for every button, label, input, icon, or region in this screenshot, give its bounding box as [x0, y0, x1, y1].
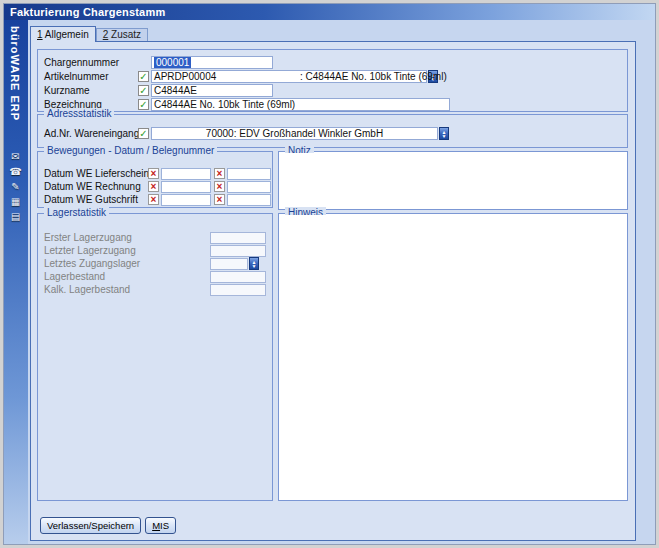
letztes-zugangslager-row: Letztes Zugangslager ▲ ▼ — [44, 257, 259, 270]
general-group: Chargennummer 000001 Artikelnummer ✓ APR… — [37, 49, 628, 112]
lagerstatistik-group: Lagerstatistik Erster Lagerzugang Letzte… — [37, 213, 273, 501]
wareneingang-checkbox[interactable]: ✓ — [138, 128, 149, 139]
spinner-down-icon: ▼ — [442, 134, 447, 138]
lagerbestand-input[interactable] — [210, 271, 266, 283]
lieferschein-label: Datum WE Lieferschein — [44, 168, 148, 179]
gutschrift-beleg-clear-button[interactable]: × — [214, 194, 225, 205]
chargennummer-label: Chargennummer — [44, 57, 138, 68]
gutschrift-label: Datum WE Gutschrift — [44, 194, 148, 205]
verlassen-speichern-button[interactable]: Verlassen/Speichern — [40, 517, 141, 534]
hinweis-group: Hinweis — [278, 213, 628, 501]
check-icon: ✓ — [139, 72, 147, 81]
screen: Fakturierung Chargenstamm büroWARE ERP ✉… — [0, 0, 659, 548]
mail-icon[interactable]: ✉ — [8, 150, 23, 163]
kalk-lagerbestand-row: Kalk. Lagerbestand — [44, 283, 266, 296]
rechnung-row: Datum WE Rechnung × × — [44, 180, 271, 193]
wareneingang-select[interactable]: 70000: EDV Großhandel Winkler GmbH — [151, 127, 438, 140]
gutschrift-row: Datum WE Gutschrift × × — [44, 193, 271, 206]
artikelnummer-checkbox[interactable]: ✓ — [138, 71, 149, 82]
hinweis-textarea[interactable] — [280, 215, 626, 499]
lagerbestand-label: Lagerbestand — [44, 271, 210, 282]
grid-icon[interactable]: ▦ — [8, 195, 23, 208]
kurzname-input[interactable]: C4844AE — [151, 84, 273, 97]
erster-lagerzugang-input[interactable] — [210, 232, 266, 244]
erster-lagerzugang-row: Erster Lagerzugang — [44, 231, 266, 244]
spinner-down-icon: ▼ — [252, 264, 257, 268]
artikelnummer-input[interactable]: APRDP00004 : C4844AE No. 10bk Tinte (69m… — [151, 70, 427, 83]
notiz-textarea[interactable] — [280, 153, 626, 208]
phone-icon[interactable]: ☎ — [8, 165, 23, 178]
artikelnummer-value: APRDP00004 — [154, 71, 216, 82]
lieferschein-beleg-clear-button[interactable]: × — [214, 168, 225, 179]
lieferschein-datum-input[interactable] — [161, 168, 211, 180]
adressstatistik-group: Adressstatistik Ad.Nr. Wareneingang ✓ 70… — [37, 114, 628, 148]
chargennummer-value: 000001 — [154, 57, 191, 68]
notiz-group: Notiz — [278, 151, 628, 210]
wareneingang-value: 70000: EDV Großhandel Winkler GmbH — [206, 128, 383, 139]
kalk-lagerbestand-label: Kalk. Lagerbestand — [44, 284, 210, 295]
zugangslager-spinner[interactable]: ▲ ▼ — [249, 257, 259, 270]
wareneingang-label: Ad.Nr. Wareneingang — [44, 128, 138, 139]
bewegungen-title: Bewegungen - Datum / Belegnummer — [44, 145, 217, 157]
wareneingang-row: Ad.Nr. Wareneingang ✓ 70000: EDV Großhan… — [44, 127, 449, 140]
clear-icon: × — [217, 169, 223, 178]
adressstatistik-title: Adressstatistik — [44, 108, 114, 120]
bezeichnung-checkbox[interactable]: ✓ — [138, 99, 149, 110]
artikelnummer-row: Artikelnummer ✓ APRDP00004 : C4844AE No.… — [44, 70, 438, 83]
artikelnummer-label: Artikelnummer — [44, 71, 138, 82]
bezeichnung-input[interactable]: C4844AE No. 10bk Tinte (69ml) — [151, 98, 450, 111]
tab-bar: 1 Allgemein 2 Zusatz — [30, 26, 148, 42]
rechnung-datum-input[interactable] — [161, 181, 211, 193]
artikelnummer-description: : C4844AE No. 10bk Tinte (69ml) — [300, 71, 447, 82]
sidebar: büroWARE ERP ✉ ☎ ✎ ▦ ▤ — [4, 20, 28, 544]
rechnung-datum-clear-button[interactable]: × — [148, 181, 159, 192]
kurzname-row: Kurzname ✓ C4844AE — [44, 84, 273, 97]
letzter-lagerzugang-row: Letzter Lagerzugang — [44, 244, 266, 257]
letztes-zugangslager-input[interactable] — [210, 258, 248, 270]
rechnung-beleg-clear-button[interactable]: × — [214, 181, 225, 192]
gutschrift-beleg-input[interactable] — [227, 194, 271, 206]
chargennummer-row: Chargennummer 000001 — [44, 56, 273, 69]
lagerstatistik-title: Lagerstatistik — [44, 207, 109, 219]
lieferschein-beleg-input[interactable] — [227, 168, 271, 180]
clear-icon: × — [217, 182, 223, 191]
gutschrift-datum-clear-button[interactable]: × — [148, 194, 159, 205]
lieferschein-row: Datum WE Lieferschein × × — [44, 167, 271, 180]
letztes-zugangslager-label: Letztes Zugangslager — [44, 258, 210, 269]
clear-icon: × — [217, 195, 223, 204]
kalk-lagerbestand-input[interactable] — [210, 284, 266, 296]
sidebar-icon-bar: ✉ ☎ ✎ ▦ ▤ — [8, 150, 23, 223]
rechnung-beleg-input[interactable] — [227, 181, 271, 193]
chargennummer-input[interactable]: 000001 — [151, 56, 273, 69]
letzter-lagerzugang-label: Letzter Lagerzugang — [44, 245, 210, 256]
tab-zusatz[interactable]: 2 Zusatz — [96, 28, 148, 41]
rechnung-label: Datum WE Rechnung — [44, 181, 148, 192]
window-title: Fakturierung Chargenstamm — [10, 6, 165, 18]
erster-lagerzugang-label: Erster Lagerzugang — [44, 232, 210, 243]
clear-icon: × — [151, 195, 157, 204]
main-panel: Chargennummer 000001 Artikelnummer ✓ APR… — [30, 41, 636, 541]
kurzname-label: Kurzname — [44, 85, 138, 96]
kurzname-value: C4844AE — [154, 85, 197, 96]
brand-logo: büroWARE ERP — [9, 26, 21, 121]
lieferschein-datum-clear-button[interactable]: × — [148, 168, 159, 179]
check-icon: ✓ — [139, 100, 147, 109]
edit-icon[interactable]: ✎ — [8, 180, 23, 193]
title-bar[interactable]: Fakturierung Chargenstamm — [4, 4, 655, 20]
gutschrift-datum-input[interactable] — [161, 194, 211, 206]
action-bar: Verlassen/Speichern MIS — [40, 517, 176, 534]
clear-icon: × — [151, 182, 157, 191]
bewegungen-group: Bewegungen - Datum / Belegnummer Datum W… — [37, 151, 273, 208]
letzter-lagerzugang-input[interactable] — [210, 245, 266, 257]
clear-icon: × — [151, 169, 157, 178]
mis-button[interactable]: MIS — [145, 517, 176, 534]
tab-allgemein[interactable]: 1 Allgemein — [30, 26, 96, 42]
chargenstamm-window: Fakturierung Chargenstamm büroWARE ERP ✉… — [3, 3, 656, 545]
lagerbestand-row: Lagerbestand — [44, 270, 266, 283]
check-icon: ✓ — [139, 86, 147, 95]
check-icon: ✓ — [139, 129, 147, 138]
bezeichnung-value: C4844AE No. 10bk Tinte (69ml) — [154, 99, 295, 110]
document-icon[interactable]: ▤ — [8, 210, 23, 223]
wareneingang-spinner[interactable]: ▲ ▼ — [439, 127, 449, 140]
kurzname-checkbox[interactable]: ✓ — [138, 85, 149, 96]
